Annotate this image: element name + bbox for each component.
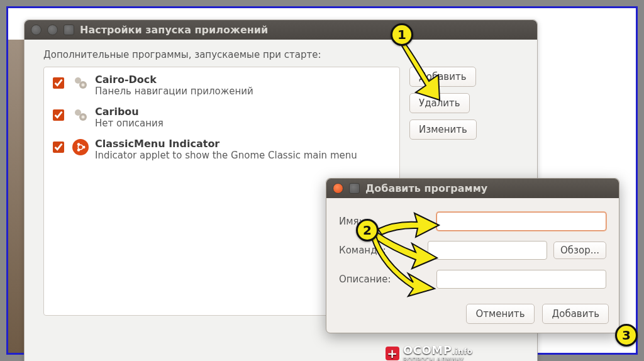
- command-label: Команда:: [339, 245, 394, 256]
- app-name: ClassicMenu Indicator: [95, 138, 357, 150]
- add-program-dialog: Добавить программу Имя: Команда: Обзор..…: [326, 178, 619, 333]
- dialog-add-button[interactable]: Добавить: [542, 304, 609, 324]
- list-item[interactable]: Cairo-Dock Панель навигации приложений: [44, 70, 399, 102]
- side-buttons: Добавить Удалить Изменить: [409, 67, 491, 146]
- add-button[interactable]: Добавить: [409, 67, 476, 87]
- app-name: Caribou: [95, 106, 164, 118]
- app-enabled-checkbox[interactable]: [53, 77, 64, 89]
- dialog-maximize-icon[interactable]: [349, 183, 360, 194]
- window-minimize-icon[interactable]: [47, 25, 58, 35]
- desktop-bg-sliver: [8, 40, 24, 353]
- watermark-tld: .info: [452, 347, 472, 356]
- browse-button[interactable]: Обзор...: [553, 242, 606, 259]
- screenshot-frame: Настройки запуска приложений Дополнитель…: [6, 6, 638, 355]
- remove-button[interactable]: Удалить: [409, 93, 470, 113]
- annotation-marker-2: 2: [356, 219, 379, 242]
- gears-icon: [72, 75, 89, 91]
- svg-point-2: [82, 84, 85, 87]
- desc-label: Описание:: [339, 274, 402, 285]
- dialog-close-icon[interactable]: [333, 183, 343, 194]
- watermark-plus-icon: +: [386, 347, 399, 360]
- svg-point-5: [82, 116, 85, 119]
- list-item[interactable]: ClassicMenu Indicator Indicator applet t…: [44, 134, 399, 166]
- window-title: Настройки запуска приложений: [80, 24, 268, 36]
- name-input[interactable]: [436, 212, 606, 231]
- gears-icon: [72, 107, 89, 123]
- watermark-tagline: ВОПРОСЫ АДМИНУ: [403, 357, 473, 361]
- edit-button[interactable]: Изменить: [409, 119, 477, 140]
- app-enabled-checkbox[interactable]: [53, 142, 64, 153]
- annotation-marker-1: 1: [391, 23, 413, 46]
- app-name: Cairo-Dock: [95, 74, 253, 86]
- dialog-title: Добавить программу: [365, 182, 487, 194]
- app-desc: Панель навигации приложений: [95, 86, 253, 97]
- app-enabled-checkbox[interactable]: [53, 109, 64, 121]
- command-input[interactable]: [428, 241, 547, 260]
- app-desc: Нет описания: [95, 118, 164, 129]
- section-label: Дополнительные программы, запускаемые пр…: [43, 49, 525, 60]
- desc-input[interactable]: [436, 270, 606, 289]
- list-item[interactable]: Caribou Нет описания: [44, 102, 399, 134]
- cancel-button[interactable]: Отменить: [466, 304, 534, 324]
- dialog-buttons: Отменить Добавить: [326, 301, 619, 324]
- dialog-title-bar[interactable]: Добавить программу: [326, 179, 619, 198]
- ubuntu-icon: [72, 139, 89, 155]
- watermark: + OCOMP.info ВОПРОСЫ АДМИНУ: [386, 343, 473, 361]
- window-close-icon[interactable]: [31, 25, 42, 35]
- annotation-marker-3: 3: [615, 324, 638, 347]
- watermark-brand: OCOMP: [403, 343, 452, 357]
- svg-point-9: [78, 145, 83, 150]
- title-bar[interactable]: Настройки запуска приложений: [25, 20, 537, 40]
- app-desc: Indicator applet to show the Gnome Class…: [95, 150, 357, 161]
- window-maximize-icon[interactable]: [64, 25, 74, 35]
